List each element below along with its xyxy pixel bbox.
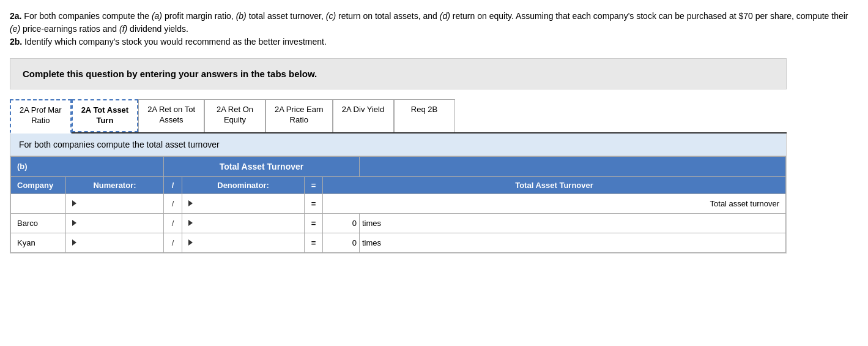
- barco-result-unit-cell: times: [360, 213, 786, 233]
- col-company: Company: [17, 181, 53, 190]
- tab-div-yield[interactable]: 2A Div Yield: [333, 99, 394, 132]
- kyan-slash-cell: /: [164, 233, 182, 252]
- barco-label: Barco: [17, 219, 38, 228]
- kyan-numerator-input[interactable]: [81, 237, 157, 249]
- barco-equals-cell: =: [305, 213, 323, 233]
- b-label: (b): [17, 162, 28, 171]
- barco-denominator-arrow: [188, 220, 193, 226]
- tab-ret-tot[interactable]: 2A Ret on TotAssets: [138, 99, 204, 132]
- barco-denominator-cell[interactable]: [182, 213, 305, 233]
- main-table: (b) Total Asset Turnover Company Numerat…: [10, 156, 786, 253]
- barco-denominator-input[interactable]: [198, 217, 298, 229]
- blank-slash-cell: /: [164, 194, 182, 213]
- col-total: Total Asset Turnover: [515, 181, 593, 190]
- blank-numerator-arrow: [72, 200, 76, 206]
- tabs-container: 2A Prof MarRatio 2A Tot AssetTurn 2A Ret…: [10, 99, 787, 134]
- barco-company-cell: Barco: [11, 213, 66, 233]
- tab-price-earn[interactable]: 2A Price EarnRatio: [265, 99, 333, 132]
- table-title: Total Asset Turnover: [220, 162, 303, 171]
- instruction-box: Complete this question by entering your …: [10, 58, 787, 89]
- tab-req2b[interactable]: Req 2B: [394, 99, 455, 132]
- instruction-text: Complete this question by entering your …: [23, 69, 317, 79]
- table-row-kyan: Kyan / = 0 times: [11, 233, 786, 252]
- kyan-result-value: 0: [352, 238, 357, 247]
- table-col-header-row: Company Numerator: / Denominator: = Tota…: [11, 176, 786, 194]
- kyan-result-value-cell: 0: [323, 233, 360, 252]
- content-description: For both companies compute the total ass…: [10, 134, 786, 156]
- table-row-barco: Barco / = 0 times: [11, 213, 786, 233]
- blank-numerator-cell[interactable]: [66, 194, 164, 213]
- barco-result-unit: times: [362, 219, 381, 228]
- blank-denominator-arrow: [188, 200, 193, 206]
- blank-company-cell: [11, 194, 66, 213]
- kyan-label: Kyan: [17, 238, 35, 247]
- tab-tot-asset[interactable]: 2A Tot AssetTurn: [72, 99, 139, 132]
- blank-numerator-input[interactable]: [81, 198, 157, 209]
- table-row-blank: / = Total asset turnover: [11, 194, 786, 213]
- col-denominator: Denominator:: [217, 181, 269, 190]
- tab-prof-mar[interactable]: 2A Prof MarRatio: [10, 99, 72, 134]
- kyan-equals-cell: =: [305, 233, 323, 252]
- kyan-denominator-input[interactable]: [198, 237, 298, 249]
- kyan-denominator-cell[interactable]: [182, 233, 305, 252]
- intro-paragraph: 2a. For both companies compute the (a) p…: [10, 10, 854, 48]
- content-area: For both companies compute the total ass…: [10, 134, 787, 254]
- kyan-company-cell: Kyan: [11, 233, 66, 252]
- barco-numerator-arrow: [72, 220, 76, 226]
- kyan-result-unit-cell: times: [360, 233, 786, 252]
- blank-result-label: Total asset turnover: [710, 199, 779, 208]
- blank-denominator-input[interactable]: [198, 198, 298, 209]
- kyan-numerator-arrow: [72, 239, 76, 246]
- barco-numerator-cell[interactable]: [66, 213, 164, 233]
- kyan-denominator-arrow: [188, 239, 193, 246]
- kyan-numerator-cell[interactable]: [66, 233, 164, 252]
- barco-result-value-cell: 0: [323, 213, 360, 233]
- part-2b-label: 2b.: [10, 37, 22, 47]
- kyan-result-unit: times: [362, 238, 381, 247]
- blank-result-cell: Total asset turnover: [323, 194, 786, 213]
- blank-equals-cell: =: [305, 194, 323, 213]
- col-equals: =: [311, 181, 316, 190]
- part-2a-label: 2a.: [10, 11, 21, 21]
- col-numerator: Numerator:: [93, 181, 136, 190]
- barco-result-value: 0: [352, 219, 357, 228]
- barco-numerator-input[interactable]: [81, 217, 157, 229]
- col-slash: /: [172, 181, 174, 190]
- table-header-title-row: (b) Total Asset Turnover: [11, 156, 786, 176]
- barco-slash-cell: /: [164, 213, 182, 233]
- tab-ret-on[interactable]: 2A Ret OnEquity: [204, 99, 265, 132]
- blank-denominator-cell[interactable]: [182, 194, 305, 213]
